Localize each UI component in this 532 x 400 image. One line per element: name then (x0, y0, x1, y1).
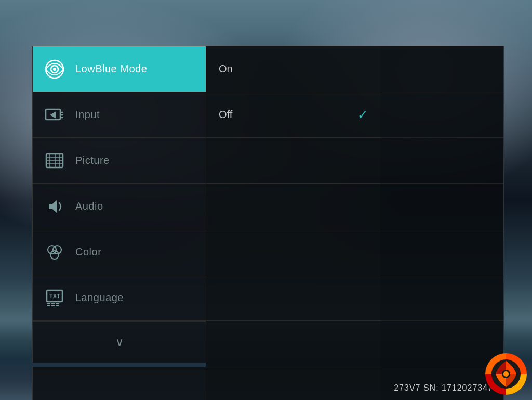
svg-point-18 (50, 251, 59, 259)
bottom-nav[interactable]: ∨ (32, 321, 206, 363)
option-empty-3: — (206, 229, 380, 275)
option-on-label: On (219, 63, 233, 75)
far-right-panel (380, 46, 504, 367)
info-bar: 273V7 SN: 1712027347 (32, 367, 504, 400)
far-right-row-4 (380, 184, 503, 229)
language-icon: TXT (43, 287, 66, 309)
menu-item-picture[interactable]: Picture (33, 138, 206, 184)
menu-item-lowblue-label: LowBlue Mode (75, 63, 147, 75)
option-empty-2: — (206, 184, 380, 229)
svg-point-17 (53, 246, 61, 254)
menu-item-input-label: Input (75, 109, 100, 121)
down-chevron-icon: ∨ (115, 336, 124, 349)
eye-icon (43, 58, 66, 81)
picture-icon (43, 149, 66, 172)
menu-item-color[interactable]: Color (33, 229, 206, 275)
menu-item-language-label: Language (75, 292, 124, 304)
menu-item-audio-label: Audio (75, 200, 103, 212)
audio-icon (43, 195, 66, 218)
option-off-label: Off (219, 109, 232, 121)
far-right-row-2 (380, 92, 503, 138)
svg-marker-7 (50, 111, 56, 119)
color-icon (43, 241, 66, 264)
logo-watermark: GURU (485, 353, 527, 395)
option-off[interactable]: Off ✓ (206, 92, 380, 138)
option-empty-1: — (206, 138, 380, 184)
svg-marker-15 (49, 200, 57, 213)
far-right-row-6 (380, 275, 503, 321)
middle-panel: On Off ✓ — — — — — (206, 46, 380, 367)
svg-text:TXT: TXT (49, 293, 60, 299)
menu-item-language[interactable]: TXT Language (33, 275, 206, 321)
info-bar-left (32, 367, 206, 400)
option-empty-4: — (206, 275, 380, 321)
option-empty-5: — (206, 321, 380, 367)
far-right-row-3 (380, 138, 503, 184)
svg-point-29 (503, 371, 509, 377)
svg-rect-8 (46, 154, 63, 167)
panels-row: LowBlue Mode (32, 46, 504, 367)
menu-item-color-label: Color (75, 246, 101, 258)
osd-menu: LowBlue Mode (32, 46, 504, 373)
menu-item-picture-label: Picture (75, 154, 110, 166)
model-info-text: 273V7 SN: 1712027347 (394, 383, 493, 393)
far-right-row-1 (380, 46, 503, 92)
left-panel: LowBlue Mode (32, 46, 206, 321)
menu-item-input[interactable]: Input (33, 92, 206, 138)
option-on[interactable]: On (206, 46, 380, 92)
input-icon (43, 104, 66, 126)
svg-point-2 (53, 68, 56, 71)
left-panel-wrapper: LowBlue Mode (32, 46, 206, 367)
check-icon: ✓ (357, 108, 368, 122)
menu-item-audio[interactable]: Audio (33, 184, 206, 229)
menu-item-lowblue[interactable]: LowBlue Mode (33, 46, 206, 92)
far-right-row-5 (380, 229, 503, 275)
far-right-row-7 (380, 321, 503, 367)
